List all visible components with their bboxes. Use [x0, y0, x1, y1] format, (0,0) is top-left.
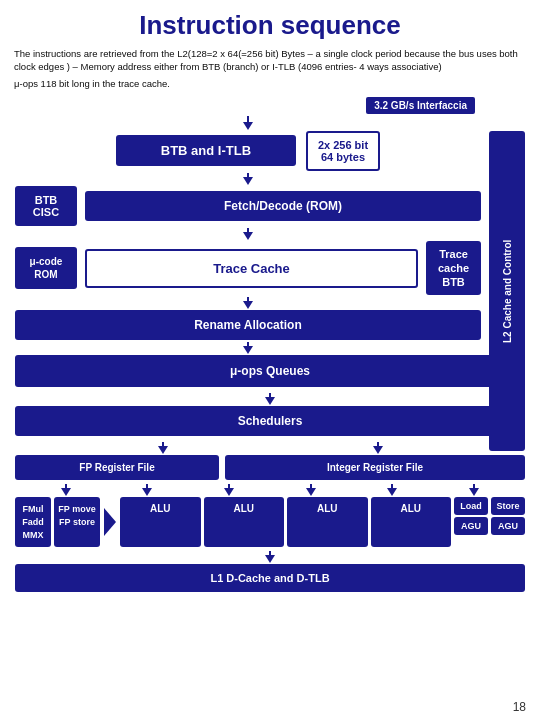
arrow4 [15, 342, 481, 354]
fetch-decode-box: Fetch/Decode (ROM) [85, 191, 481, 221]
load-box: Load [454, 497, 488, 515]
trace-btb-line3: BTB [442, 276, 465, 288]
fmul-line1: FMul [23, 504, 44, 514]
diagram: 3.2 GB/s Interfaccia L2 Cache and Contro… [15, 97, 525, 595]
uops-queues-label: μ-ops Queues [230, 364, 310, 378]
exec-arrows [15, 484, 525, 496]
fmul-line3: MMX [23, 530, 44, 540]
int-reg-box: Integer Register File [225, 455, 525, 480]
arrow1 [15, 173, 481, 185]
trace-cache-box: Trace Cache [85, 249, 418, 288]
gbps-label: 3.2 GB/s Interfaccia [366, 97, 475, 114]
arrow-gbps-down [15, 116, 525, 130]
load-agu-label: AGU [461, 521, 481, 531]
bit-label-line2: 64 bytes [321, 151, 365, 163]
uops-queues-row: μ-ops Queues [15, 355, 525, 391]
btb-itlb-row: BTB and I-TLB 2x 256 bit 64 bytes [15, 131, 481, 171]
fmul-box: FMul Fadd MMX [15, 497, 51, 547]
bit-label: 2x 256 bit 64 bytes [306, 131, 380, 171]
arrow3 [15, 297, 481, 309]
arrow6 [15, 551, 525, 563]
load-store-col: Load AGU [454, 497, 488, 547]
reg-files-row: FP Register File Integer Register File [15, 455, 525, 480]
page-number: 18 [513, 700, 526, 714]
gbps-row: 3.2 GB/s Interfaccia [15, 97, 525, 114]
uops-note: μ-ops 118 bit long in the trace cache. [14, 78, 526, 89]
store-agu-label: AGU [498, 521, 518, 531]
fmul-line2: Fadd [22, 517, 44, 527]
intro-text: The instructions are retrieved from the … [14, 47, 526, 74]
fp-move-line2: FP store [59, 517, 95, 527]
btb-itlb-box: BTB and I-TLB [116, 135, 296, 166]
bit-label-line1: 2x 256 bit [318, 139, 368, 151]
store-agu-box: AGU [491, 517, 525, 535]
main-flow: BTB and I-TLB 2x 256 bit 64 bytes [15, 131, 481, 355]
alu2-box: ALU [204, 497, 285, 547]
fp-move-store-box: FP move FP store [54, 497, 100, 547]
schedulers-row: Schedulers [15, 406, 525, 440]
arrow5 [15, 393, 525, 405]
page: Instruction sequence The instructions ar… [0, 0, 540, 720]
ucode-line2: ROM [34, 269, 57, 280]
store-col: Store AGU [491, 497, 525, 547]
rename-box: Rename Allocation [15, 310, 481, 340]
exec-row: FMul Fadd MMX FP move FP store ALU ALU A… [15, 497, 525, 547]
arrow2 [15, 228, 481, 240]
alu3-box: ALU [287, 497, 368, 547]
ucode-rom-box: μ-code ROM [15, 247, 77, 289]
l1-box: L1 D-Cache and D-TLB [15, 564, 525, 592]
trace-btb-line1: Trace [439, 248, 468, 260]
trace-cache-row: μ-code ROM Trace Cache Trace cache BTB [15, 241, 481, 296]
multi-arrows [15, 442, 525, 454]
ucode-line1: μ-code [30, 256, 63, 267]
triangle-arrow [104, 497, 116, 547]
store-label: Store [496, 501, 519, 511]
alu1-box: ALU [120, 497, 201, 547]
fp-reg-box: FP Register File [15, 455, 219, 480]
page-title: Instruction sequence [14, 10, 526, 41]
fp-move-line1: FP move [58, 504, 95, 514]
schedulers-box: Schedulers [15, 406, 525, 436]
trace-btb-line2: cache [438, 262, 469, 274]
store-box: Store [491, 497, 525, 515]
btb-cisc-line1: BTB [35, 194, 58, 206]
l2-cache-bar: L2 Cache and Control [489, 131, 525, 451]
load-label: Load [460, 501, 482, 511]
btb-cisc-box: BTB CISC [15, 186, 77, 226]
alu4-box: ALU [371, 497, 452, 547]
l1-row: L1 D-Cache and D-TLB [15, 564, 525, 594]
btb-cisc-line2: CISC [33, 206, 59, 218]
rename-row: Rename Allocation [15, 310, 481, 340]
diagram-inner: L2 Cache and Control BTB and I-TLB 2x 25… [15, 131, 525, 355]
load-agu-box: AGU [454, 517, 488, 535]
trace-cache-btb-box: Trace cache BTB [426, 241, 481, 296]
fetch-decode-row: BTB CISC Fetch/Decode (ROM) [15, 186, 481, 226]
uops-queues-box: μ-ops Queues [15, 355, 525, 387]
